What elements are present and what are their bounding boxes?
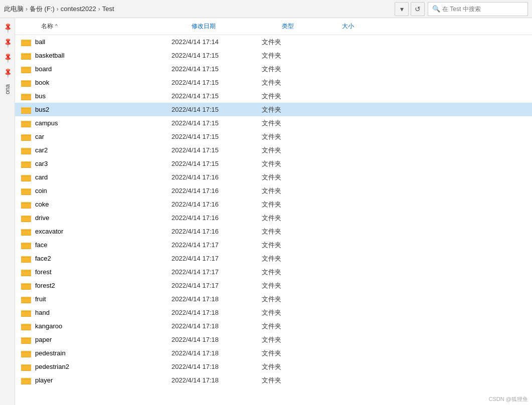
- table-row[interactable]: drive2022/4/14 17:16文件夹: [15, 211, 532, 225]
- file-date: 2022/4/14 17:17: [171, 282, 262, 289]
- file-date: 2022/4/14 17:15: [171, 146, 262, 154]
- folder-icon: [21, 376, 31, 384]
- breadcrumb: 此电脑 › 备份 (F:) › contest2022 › Test: [4, 5, 392, 14]
- refresh-button[interactable]: ↺: [411, 2, 425, 16]
- file-type: 文件夹: [262, 146, 322, 155]
- file-type: 文件夹: [262, 349, 322, 358]
- table-row[interactable]: pedestrain2022/4/14 17:18文件夹: [15, 346, 532, 360]
- table-row[interactable]: book2022/4/14 17:15文件夹: [15, 76, 532, 89]
- file-type: 文件夹: [262, 159, 322, 168]
- file-name: hand: [35, 309, 171, 316]
- folder-icon: [21, 241, 31, 249]
- file-date: 2022/4/14 17:18: [171, 309, 262, 316]
- table-row[interactable]: hand2022/4/14 17:18文件夹: [15, 306, 532, 319]
- file-name: bus2: [35, 106, 171, 113]
- file-name: car3: [35, 160, 171, 167]
- file-name: car2: [35, 146, 171, 154]
- table-row[interactable]: kangaroo2022/4/14 17:18文件夹: [15, 319, 532, 333]
- table-row[interactable]: paper2022/4/14 17:18文件夹: [15, 333, 532, 346]
- content-area: 名称 ^ 修改日期 类型 大小 ball2022/4/14 17:14文件夹 b…: [15, 18, 532, 405]
- table-row[interactable]: campus2022/4/14 17:15文件夹: [15, 116, 532, 130]
- file-date: 2022/4/14 17:18: [171, 322, 262, 330]
- col-header-size[interactable]: 大小: [342, 22, 402, 31]
- file-type: 文件夹: [262, 65, 322, 74]
- breadcrumb-current[interactable]: Test: [102, 5, 114, 13]
- search-input[interactable]: [442, 6, 523, 13]
- pin-icon-4[interactable]: 📌: [0, 65, 15, 80]
- breadcrumb-drive[interactable]: 备份 (F:): [30, 5, 55, 14]
- search-icon: 🔍: [432, 5, 440, 13]
- folder-icon: [21, 65, 31, 73]
- file-date: 2022/4/14 17:15: [171, 92, 262, 100]
- col-header-name[interactable]: 名称 ^: [41, 22, 192, 31]
- folder-icon: [21, 146, 31, 154]
- col-header-type[interactable]: 类型: [282, 22, 342, 31]
- file-date: 2022/4/14 17:18: [171, 376, 262, 384]
- file-name: face2: [35, 255, 171, 262]
- file-type: 文件夹: [262, 322, 322, 331]
- file-type: 文件夹: [262, 241, 322, 250]
- table-row[interactable]: fruit2022/4/14 17:18文件夹: [15, 292, 532, 306]
- watermark: CSDN @狐狸鱼: [489, 395, 528, 403]
- folder-icon: [21, 336, 31, 344]
- table-row[interactable]: card2022/4/14 17:16文件夹: [15, 170, 532, 184]
- file-date: 2022/4/14 17:17: [171, 255, 262, 262]
- col-header-date[interactable]: 修改日期: [192, 22, 282, 31]
- file-type: 文件夹: [262, 51, 322, 60]
- table-row[interactable]: bus22022/4/14 17:15文件夹: [15, 103, 532, 116]
- file-name: bus: [35, 92, 171, 100]
- pin-icon-1[interactable]: 📌: [0, 20, 15, 35]
- sort-arrow-icon: ^: [55, 24, 58, 29]
- folder-icon: [21, 187, 31, 195]
- folder-icon: [21, 38, 31, 46]
- file-type: 文件夹: [262, 227, 322, 236]
- file-date: 2022/4/14 17:18: [171, 336, 262, 343]
- file-name: player: [35, 376, 171, 384]
- table-row[interactable]: forest2022/4/14 17:17文件夹: [15, 265, 532, 279]
- table-row[interactable]: face22022/4/14 17:17文件夹: [15, 252, 532, 265]
- folder-icon: [21, 173, 31, 181]
- file-type: 文件夹: [262, 132, 322, 141]
- table-row[interactable]: pedestrian22022/4/14 17:18文件夹: [15, 360, 532, 373]
- file-date: 2022/4/14 17:16: [171, 214, 262, 222]
- file-date: 2022/4/14 17:15: [171, 65, 262, 73]
- folder-icon: [21, 363, 31, 371]
- breadcrumb-folder[interactable]: contest2022: [61, 5, 96, 13]
- table-row[interactable]: bus2022/4/14 17:15文件夹: [15, 89, 532, 103]
- file-name: pedestrian2: [35, 363, 171, 370]
- file-list: ball2022/4/14 17:14文件夹 basketball2022/4/…: [15, 35, 532, 405]
- table-row[interactable]: car32022/4/14 17:15文件夹: [15, 157, 532, 170]
- file-name: paper: [35, 336, 171, 343]
- table-row[interactable]: coin2022/4/14 17:16文件夹: [15, 184, 532, 197]
- table-row[interactable]: car2022/4/14 17:15文件夹: [15, 130, 532, 143]
- table-row[interactable]: face2022/4/14 17:17文件夹: [15, 238, 532, 252]
- file-date: 2022/4/14 17:18: [171, 363, 262, 370]
- table-row[interactable]: board2022/4/14 17:15文件夹: [15, 62, 532, 76]
- file-type: 文件夹: [262, 335, 322, 344]
- breadcrumb-pc[interactable]: 此电脑: [4, 5, 24, 14]
- file-type: 文件夹: [262, 38, 322, 47]
- file-type: 文件夹: [262, 376, 322, 385]
- file-type: 文件夹: [262, 295, 322, 304]
- table-row[interactable]: player2022/4/14 17:18文件夹: [15, 373, 532, 387]
- table-row[interactable]: ball2022/4/14 17:14文件夹: [15, 35, 532, 49]
- table-row[interactable]: car22022/4/14 17:15文件夹: [15, 143, 532, 157]
- file-name: fruit: [35, 295, 171, 303]
- folder-icon: [21, 255, 31, 263]
- search-box[interactable]: 🔍: [428, 2, 528, 16]
- folder-icon: [21, 282, 31, 290]
- folder-icon: [21, 349, 31, 357]
- file-name: board: [35, 65, 171, 73]
- file-name: ball: [35, 38, 171, 46]
- pin-icon-2[interactable]: 📌: [0, 35, 15, 50]
- pin-icon-3[interactable]: 📌: [0, 50, 15, 65]
- folder-icon: [21, 92, 31, 100]
- file-date: 2022/4/14 17:17: [171, 268, 262, 276]
- dropdown-button[interactable]: ▾: [395, 2, 409, 16]
- file-type: 文件夹: [262, 254, 322, 263]
- table-row[interactable]: excavator2022/4/14 17:16文件夹: [15, 225, 532, 238]
- file-date: 2022/4/14 17:16: [171, 173, 262, 181]
- table-row[interactable]: basketball2022/4/14 17:15文件夹: [15, 49, 532, 62]
- table-row[interactable]: coke2022/4/14 17:16文件夹: [15, 197, 532, 211]
- table-row[interactable]: forest22022/4/14 17:17文件夹: [15, 279, 532, 292]
